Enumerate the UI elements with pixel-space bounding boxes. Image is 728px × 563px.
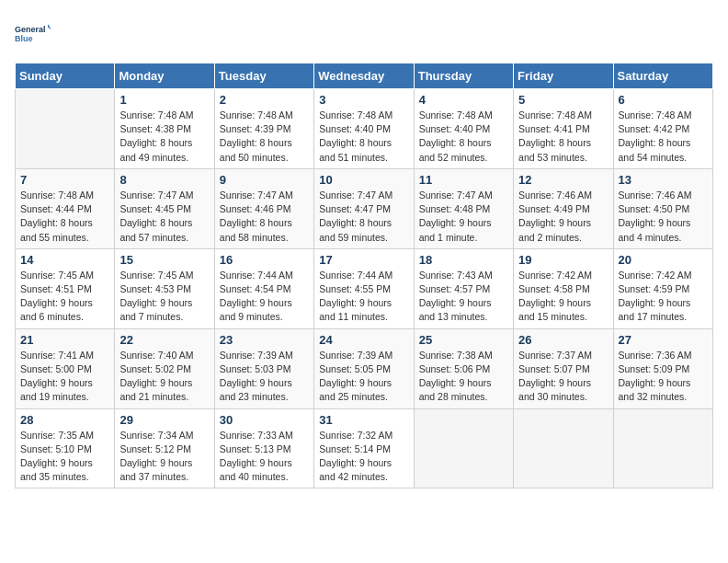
weekday-header-row: SundayMondayTuesdayWednesdayThursdayFrid… xyxy=(16,63,713,89)
weekday-header-monday: Monday xyxy=(115,63,214,89)
calendar-day-cell: 16Sunrise: 7:44 AMSunset: 4:54 PMDayligh… xyxy=(214,248,313,328)
day-number: 28 xyxy=(20,413,109,427)
day-number: 22 xyxy=(119,333,209,347)
day-sun-info: Sunrise: 7:38 AMSunset: 5:06 PMDaylight:… xyxy=(419,349,508,405)
day-sun-info: Sunrise: 7:45 AMSunset: 4:53 PMDaylight:… xyxy=(119,269,209,325)
calendar-day-cell: 24Sunrise: 7:39 AMSunset: 5:05 PMDayligh… xyxy=(314,328,414,408)
page-header: General Blue xyxy=(15,15,713,52)
day-number: 31 xyxy=(319,413,408,427)
day-number: 21 xyxy=(20,333,109,347)
calendar-day-cell: 18Sunrise: 7:43 AMSunset: 4:57 PMDayligh… xyxy=(414,248,513,328)
day-number: 8 xyxy=(119,173,209,187)
day-number: 16 xyxy=(220,253,309,267)
day-number: 11 xyxy=(419,173,508,187)
day-sun-info: Sunrise: 7:36 AMSunset: 5:09 PMDaylight:… xyxy=(619,349,708,405)
svg-marker-2 xyxy=(48,24,51,30)
day-sun-info: Sunrise: 7:37 AMSunset: 5:07 PMDaylight:… xyxy=(518,349,608,405)
calendar-day-cell: 23Sunrise: 7:39 AMSunset: 5:03 PMDayligh… xyxy=(214,328,313,408)
weekday-header-sunday: Sunday xyxy=(16,63,115,89)
day-number: 15 xyxy=(119,253,209,267)
calendar-day-cell: 11Sunrise: 7:47 AMSunset: 4:48 PMDayligh… xyxy=(414,168,513,248)
weekday-header-thursday: Thursday xyxy=(414,63,513,89)
day-number: 14 xyxy=(20,253,109,267)
calendar-day-cell: 3Sunrise: 7:48 AMSunset: 4:40 PMDaylight… xyxy=(314,89,414,169)
calendar-day-cell: 26Sunrise: 7:37 AMSunset: 5:07 PMDayligh… xyxy=(514,328,613,408)
day-sun-info: Sunrise: 7:40 AMSunset: 5:02 PMDaylight:… xyxy=(119,349,209,405)
calendar-day-cell xyxy=(514,408,613,488)
calendar-day-cell: 17Sunrise: 7:44 AMSunset: 4:55 PMDayligh… xyxy=(314,248,414,328)
calendar-week-row: 28Sunrise: 7:35 AMSunset: 5:10 PMDayligh… xyxy=(16,408,713,488)
calendar-day-cell: 25Sunrise: 7:38 AMSunset: 5:06 PMDayligh… xyxy=(414,328,513,408)
day-number: 10 xyxy=(319,173,408,187)
calendar-day-cell: 7Sunrise: 7:48 AMSunset: 4:44 PMDaylight… xyxy=(16,168,115,248)
day-sun-info: Sunrise: 7:42 AMSunset: 4:58 PMDaylight:… xyxy=(518,269,608,325)
day-number: 30 xyxy=(220,413,309,427)
day-sun-info: Sunrise: 7:42 AMSunset: 4:59 PMDaylight:… xyxy=(619,269,708,325)
calendar-table: SundayMondayTuesdayWednesdayThursdayFrid… xyxy=(15,63,713,488)
calendar-day-cell: 2Sunrise: 7:48 AMSunset: 4:39 PMDaylight… xyxy=(214,89,313,169)
day-number: 27 xyxy=(619,333,708,347)
day-sun-info: Sunrise: 7:46 AMSunset: 4:49 PMDaylight:… xyxy=(518,189,608,245)
logo-container: General Blue xyxy=(15,15,51,52)
day-sun-info: Sunrise: 7:32 AMSunset: 5:14 PMDaylight:… xyxy=(319,429,408,485)
calendar-day-cell xyxy=(613,408,712,488)
day-sun-info: Sunrise: 7:48 AMSunset: 4:41 PMDaylight:… xyxy=(518,109,608,165)
day-sun-info: Sunrise: 7:35 AMSunset: 5:10 PMDaylight:… xyxy=(20,429,109,485)
day-sun-info: Sunrise: 7:45 AMSunset: 4:51 PMDaylight:… xyxy=(20,269,109,325)
day-number: 7 xyxy=(20,173,109,187)
calendar-day-cell: 8Sunrise: 7:47 AMSunset: 4:45 PMDaylight… xyxy=(115,168,214,248)
day-number: 18 xyxy=(419,253,508,267)
day-number: 2 xyxy=(220,93,309,107)
day-sun-info: Sunrise: 7:48 AMSunset: 4:38 PMDaylight:… xyxy=(119,109,209,165)
calendar-day-cell xyxy=(414,408,513,488)
day-number: 1 xyxy=(119,93,209,107)
day-sun-info: Sunrise: 7:47 AMSunset: 4:45 PMDaylight:… xyxy=(119,189,209,245)
day-sun-info: Sunrise: 7:48 AMSunset: 4:44 PMDaylight:… xyxy=(20,189,109,245)
weekday-header-wednesday: Wednesday xyxy=(314,63,414,89)
calendar-day-cell: 20Sunrise: 7:42 AMSunset: 4:59 PMDayligh… xyxy=(613,248,712,328)
calendar-day-cell xyxy=(16,89,115,169)
calendar-week-row: 7Sunrise: 7:48 AMSunset: 4:44 PMDaylight… xyxy=(16,168,713,248)
calendar-day-cell: 31Sunrise: 7:32 AMSunset: 5:14 PMDayligh… xyxy=(314,408,414,488)
day-number: 6 xyxy=(619,93,708,107)
calendar-day-cell: 27Sunrise: 7:36 AMSunset: 5:09 PMDayligh… xyxy=(613,328,712,408)
day-number: 5 xyxy=(518,93,608,107)
day-number: 4 xyxy=(419,93,508,107)
calendar-day-cell: 6Sunrise: 7:48 AMSunset: 4:42 PMDaylight… xyxy=(613,89,712,169)
day-number: 3 xyxy=(319,93,408,107)
calendar-day-cell: 13Sunrise: 7:46 AMSunset: 4:50 PMDayligh… xyxy=(613,168,712,248)
day-sun-info: Sunrise: 7:48 AMSunset: 4:40 PMDaylight:… xyxy=(419,109,508,165)
calendar-day-cell: 9Sunrise: 7:47 AMSunset: 4:46 PMDaylight… xyxy=(214,168,313,248)
day-sun-info: Sunrise: 7:39 AMSunset: 5:05 PMDaylight:… xyxy=(319,349,408,405)
day-number: 12 xyxy=(518,173,608,187)
calendar-week-row: 14Sunrise: 7:45 AMSunset: 4:51 PMDayligh… xyxy=(16,248,713,328)
day-number: 26 xyxy=(518,333,608,347)
calendar-day-cell: 29Sunrise: 7:34 AMSunset: 5:12 PMDayligh… xyxy=(115,408,214,488)
calendar-week-row: 21Sunrise: 7:41 AMSunset: 5:00 PMDayligh… xyxy=(16,328,713,408)
day-sun-info: Sunrise: 7:33 AMSunset: 5:13 PMDaylight:… xyxy=(220,429,309,485)
day-number: 19 xyxy=(518,253,608,267)
calendar-day-cell: 15Sunrise: 7:45 AMSunset: 4:53 PMDayligh… xyxy=(115,248,214,328)
logo: General Blue xyxy=(15,15,51,52)
calendar-day-cell: 12Sunrise: 7:46 AMSunset: 4:49 PMDayligh… xyxy=(514,168,613,248)
weekday-header-tuesday: Tuesday xyxy=(214,63,313,89)
calendar-day-cell: 4Sunrise: 7:48 AMSunset: 4:40 PMDaylight… xyxy=(414,89,513,169)
day-sun-info: Sunrise: 7:34 AMSunset: 5:12 PMDaylight:… xyxy=(119,429,209,485)
day-sun-info: Sunrise: 7:46 AMSunset: 4:50 PMDaylight:… xyxy=(619,189,708,245)
svg-text:General: General xyxy=(15,25,46,34)
day-number: 20 xyxy=(619,253,708,267)
weekday-header-friday: Friday xyxy=(514,63,613,89)
day-sun-info: Sunrise: 7:39 AMSunset: 5:03 PMDaylight:… xyxy=(220,349,309,405)
day-number: 23 xyxy=(220,333,309,347)
day-number: 17 xyxy=(319,253,408,267)
calendar-week-row: 1Sunrise: 7:48 AMSunset: 4:38 PMDaylight… xyxy=(16,89,713,169)
day-sun-info: Sunrise: 7:43 AMSunset: 4:57 PMDaylight:… xyxy=(419,269,508,325)
calendar-day-cell: 21Sunrise: 7:41 AMSunset: 5:00 PMDayligh… xyxy=(16,328,115,408)
day-sun-info: Sunrise: 7:47 AMSunset: 4:47 PMDaylight:… xyxy=(319,189,408,245)
day-number: 13 xyxy=(619,173,708,187)
day-number: 24 xyxy=(319,333,408,347)
calendar-day-cell: 10Sunrise: 7:47 AMSunset: 4:47 PMDayligh… xyxy=(314,168,414,248)
weekday-header-saturday: Saturday xyxy=(613,63,712,89)
day-number: 9 xyxy=(220,173,309,187)
day-sun-info: Sunrise: 7:48 AMSunset: 4:40 PMDaylight:… xyxy=(319,109,408,165)
